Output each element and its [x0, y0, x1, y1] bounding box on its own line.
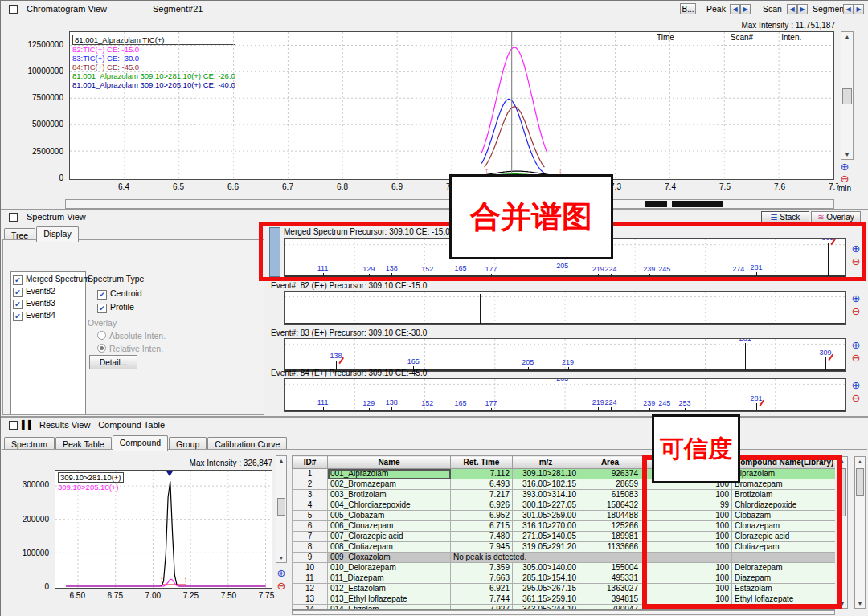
zoom-out-icon[interactable]: ⊖ [850, 393, 862, 404]
zoom-in-icon[interactable]: ⊕ [275, 568, 288, 579]
table-cell[interactable]: Clotiazepam [732, 542, 836, 553]
table-row[interactable]: 6006_Clonazepam6.715316.10>270.001252661… [293, 521, 836, 532]
table-cell[interactable]: 7.663 [451, 573, 513, 584]
table-row[interactable]: 10010_Delorazepam7.359305.00>140.0015500… [293, 563, 836, 573]
table-cell[interactable]: 495331 [579, 573, 641, 584]
xic-plot[interactable]: 309.10>281.10(+)309.10>205.10(+) ↑↑ [55, 470, 272, 589]
scroll-down-icon[interactable]: ▼ [855, 601, 865, 606]
table-row[interactable]: 8008_Clotiazepam7.945319.05>291.20113366… [293, 542, 836, 553]
table-cell[interactable]: 006_Clonazepam [328, 521, 451, 532]
table-cell[interactable]: Etizolam [732, 605, 836, 610]
table-cell[interactable]: 100 [641, 490, 732, 500]
event84-spectrum-plot[interactable]: 111129138152165177205219224239245253281 [284, 378, 846, 412]
scroll-up-icon[interactable]: ▲ [276, 458, 286, 463]
table-cell[interactable]: 4 [293, 500, 328, 511]
table-cell[interactable]: 014_Etizolam [328, 605, 451, 610]
relative-inten-radio[interactable]: Relative Inten. [97, 344, 163, 353]
chromatogram-plot[interactable]: Time Scan# Inten. 81:001_Alprazolam TIC(… [69, 31, 834, 180]
zoom-out-icon[interactable]: ⊖ [850, 256, 862, 267]
table-cell[interactable]: 100 [641, 521, 732, 532]
table-cell[interactable]: 361.15>259.10 [513, 594, 579, 605]
zoom-out-icon[interactable]: ⊖ [838, 173, 851, 185]
scroll-thumb[interactable] [856, 468, 864, 496]
absolute-inten-radio[interactable]: Absolute Inten. [97, 331, 166, 341]
zoom-in-icon[interactable]: ⊕ [850, 380, 862, 391]
table-cell[interactable]: 393.00>314.10 [513, 490, 579, 500]
table-h-scrollbar[interactable] [292, 610, 835, 615]
table-cell[interactable]: 7.359 [451, 563, 513, 573]
table-cell[interactable]: 005_Clobazam [328, 511, 451, 521]
table-cell[interactable]: 11 [293, 573, 328, 584]
scroll-thumb[interactable] [277, 498, 285, 516]
table-cell[interactable]: 1 [293, 469, 328, 479]
table-cell[interactable]: 012_Estazolam [328, 584, 451, 594]
table-cell[interactable]: 155004 [579, 563, 641, 573]
table-row[interactable]: 14014_Etizolam7.927343.05>244.1079004710… [293, 605, 836, 610]
table-cell[interactable]: Diazepam [732, 573, 836, 584]
table-cell[interactable]: Clorazepic acid [732, 532, 836, 542]
table-cell[interactable]: Alprazolam [732, 469, 836, 479]
table-cell[interactable]: 301.05>259.00 [513, 511, 579, 521]
table-cell[interactable]: 009_Cloxazolam [328, 553, 451, 563]
table-row[interactable]: 9009_CloxazolamNo peak is detected. [293, 553, 836, 563]
table-cell[interactable]: 1586432 [579, 500, 641, 511]
scroll-up-icon[interactable]: ▲ [837, 459, 847, 464]
zoom-in-icon[interactable]: ⊕ [838, 161, 851, 173]
table-row[interactable]: 4004_Chlordiazepoxide6.926300.10>227.051… [293, 500, 836, 511]
table-cell[interactable]: 100 [641, 511, 732, 521]
table-header-cell[interactable]: m/z [513, 456, 579, 469]
table-cell[interactable]: 6.952 [451, 511, 513, 521]
table-cell[interactable]: 316.10>270.00 [513, 521, 579, 532]
table-cell[interactable]: 100 [641, 532, 732, 542]
table-cell[interactable] [732, 553, 836, 563]
scroll-down-icon[interactable]: ▼ [837, 601, 847, 606]
event83-spectrum-plot[interactable]: 138165205219281309 [284, 338, 846, 372]
table-cell[interactable]: No peak is detected. [451, 553, 641, 563]
table-cell[interactable]: 100 [641, 594, 732, 605]
table-cell[interactable]: 003_Brotizolam [328, 490, 451, 500]
table-cell[interactable]: 7.217 [451, 490, 513, 500]
table-cell[interactable]: 790047 [579, 605, 641, 610]
segment-spinner[interactable]: ◀▶ [843, 3, 864, 14]
table-cell[interactable]: 100 [641, 605, 732, 610]
table-cell[interactable]: 99 [641, 500, 732, 511]
table-cell[interactable]: 100 [641, 542, 732, 553]
table-row[interactable]: 11011_Diazepam7.663285.10>154.1049533110… [293, 573, 836, 584]
table-cell[interactable]: 007_Clorazepic acid [328, 532, 451, 542]
table-cell[interactable]: 6.715 [451, 521, 513, 532]
table-cell[interactable]: 309.10>281.10 [513, 469, 579, 479]
scroll-down-icon[interactable]: ▼ [276, 555, 286, 561]
scan-spinner[interactable]: ◀▶ [787, 3, 808, 14]
table-cell[interactable]: 7.480 [451, 532, 513, 542]
scroll-up-icon[interactable]: ▲ [855, 459, 865, 464]
table-cell[interactable]: 285.10>154.10 [513, 573, 579, 584]
table-cell[interactable]: 7.927 [451, 605, 513, 610]
table-cell[interactable]: 295.05>267.15 [513, 584, 579, 594]
table-cell[interactable]: 7.945 [451, 542, 513, 553]
scroll-up-icon[interactable]: ▲ [841, 34, 853, 39]
table-row[interactable]: 12012_Estazolam6.921295.05>267.151363027… [293, 584, 836, 594]
checklist-item[interactable]: ✔Event82 [11, 286, 85, 298]
table-row[interactable]: 13013_Ethyl loflazepate7.744361.15>259.1… [293, 594, 836, 605]
scroll-segment[interactable] [645, 201, 667, 207]
panel-restore-icon[interactable] [9, 5, 18, 14]
checklist-item[interactable]: ✔Event83 [11, 298, 85, 310]
table-cell[interactable]: Clonazepam [732, 521, 836, 532]
table-cell[interactable]: 5 [293, 511, 328, 521]
checklist-item[interactable]: ✔Merged Spectrum [11, 274, 85, 286]
detail-button[interactable]: Detail... [89, 355, 137, 369]
table-cell[interactable]: 7.112 [451, 469, 513, 479]
profile-checkbox[interactable]: ✔Profile [97, 302, 134, 313]
table-cell[interactable]: 1804488 [579, 511, 641, 521]
table-row[interactable]: 2002_Bromazepam6.493316.00>182.152865910… [293, 479, 836, 490]
table-cell[interactable]: 001_Alprazolam [328, 469, 451, 479]
overlay-button[interactable]: ≋ Overlay [811, 211, 861, 223]
table-cell[interactable]: Estazolam [732, 584, 836, 594]
table-cell[interactable]: 9 [293, 553, 328, 563]
tab-compound[interactable]: Compound [113, 435, 168, 451]
table-cell[interactable]: 100 [641, 573, 732, 584]
table-row[interactable]: 1001_Alprazolam7.112309.10>281.10926374A… [293, 469, 836, 479]
table-cell[interactable]: 394815 [579, 594, 641, 605]
checklist-item[interactable]: ✔Event84 [11, 310, 85, 322]
zoom-out-icon[interactable]: ⊖ [850, 306, 862, 317]
